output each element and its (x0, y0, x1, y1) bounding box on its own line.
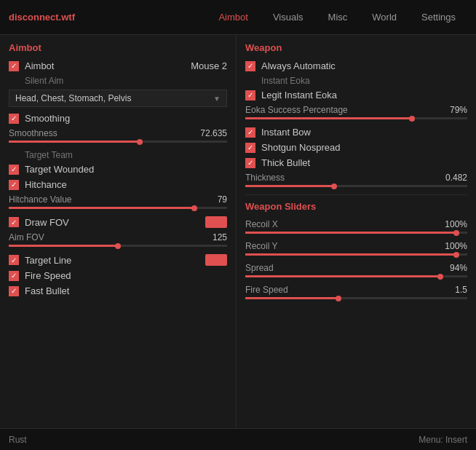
instant-bow-row: Instant Bow (245, 127, 467, 138)
fire-speed-track[interactable] (245, 297, 467, 299)
recoil-x-slider-container: Recoil X 100% (245, 219, 467, 234)
dropdown-arrow-icon: ▼ (213, 95, 221, 103)
shotgun-nospread-label: Shotgun Nospread (261, 142, 340, 153)
left-panel: Aimbot Aimbot Mouse 2 Silent Aim Head, C… (0, 35, 237, 428)
recoil-y-fill (245, 253, 456, 256)
legit-instant-eoka-label: Legit Instant Eoka (261, 90, 337, 100)
bottom-left-text: Rust (9, 435, 27, 445)
topbar: disconnect.wtf Aimbot Visuals Misc World… (0, 0, 476, 35)
spread-track[interactable] (245, 275, 467, 277)
fire-speed-header: Fire Speed 1.5 (245, 285, 467, 295)
always-automatic-label: Always Automatic (261, 60, 336, 71)
thickness-track[interactable] (245, 185, 467, 187)
nav-tabs: Aimbot Visuals Misc World Settings (207, 7, 467, 27)
eoka-success-thumb[interactable] (409, 116, 415, 122)
weapon-section-title: Weapon (245, 42, 467, 53)
fast-bullet-label: Fast Bullet (25, 285, 69, 296)
hitchance-value: 79 (218, 194, 227, 205)
hitchance-slider-container: Hitchance Value 79 (9, 194, 227, 209)
recoil-y-slider-container: Recoil Y 100% (245, 241, 467, 256)
tab-settings[interactable]: Settings (410, 7, 467, 27)
instant-eoka-label: Instant Eoka (245, 76, 467, 86)
tab-world[interactable]: World (360, 7, 408, 27)
target-line-row: Target Line (9, 254, 227, 266)
aim-fov-track[interactable] (9, 245, 227, 247)
recoil-x-track[interactable] (245, 232, 467, 234)
aim-fov-thumb[interactable] (115, 243, 121, 249)
hitchance-thumb[interactable] (191, 205, 197, 211)
silent-aim-label: Silent Aim (9, 76, 227, 86)
smoothing-row: Smoothing (9, 113, 227, 124)
shotgun-nospread-checkbox[interactable] (245, 143, 255, 153)
recoil-x-label: Recoil X (245, 219, 278, 229)
logo: disconnect.wtf (9, 12, 75, 23)
tab-misc[interactable]: Misc (317, 7, 360, 27)
fire-speed-checkbox[interactable] (9, 271, 19, 281)
recoil-x-header: Recoil X 100% (245, 219, 467, 229)
aimbot-checkbox[interactable] (9, 61, 19, 71)
tab-aimbot[interactable]: Aimbot (207, 7, 259, 27)
fire-speed-label: Fire Speed (25, 270, 71, 281)
fast-bullet-checkbox[interactable] (9, 286, 19, 296)
instant-bow-label: Instant Bow (261, 127, 311, 138)
target-wounded-checkbox[interactable] (9, 165, 19, 175)
aim-fov-value: 125 (213, 232, 227, 242)
spread-thumb[interactable] (437, 274, 443, 280)
recoil-x-thumb[interactable] (453, 230, 459, 236)
recoil-x-value: 100% (445, 219, 467, 229)
recoil-y-value: 100% (445, 241, 467, 251)
smoothing-label: Smoothing (25, 113, 70, 124)
smoothness-slider-container: Smoothness 72.635 (9, 128, 227, 143)
hitchance-fill (9, 207, 194, 209)
target-line-checkbox[interactable] (9, 255, 19, 265)
target-dropdown[interactable]: Head, Chest, Stomach, Pelvis ▼ (9, 90, 227, 107)
bottombar: Rust Menu: Insert (0, 428, 476, 450)
spread-value: 94% (450, 263, 467, 273)
thickness-row: Thickness 0.482 (245, 173, 467, 183)
thick-bullet-checkbox[interactable] (245, 158, 255, 168)
draw-fov-toggle[interactable] (205, 216, 227, 228)
smoothness-thumb[interactable] (137, 139, 143, 145)
fire-speed-row: Fire Speed (9, 270, 227, 281)
smoothness-label: Smoothness (9, 128, 57, 138)
shotgun-nospread-row: Shotgun Nospread (245, 142, 467, 153)
thick-bullet-row: Thick Bullet (245, 157, 467, 168)
always-automatic-row: Always Automatic (245, 60, 467, 71)
aimbot-label: Aimbot (25, 60, 54, 71)
recoil-y-track[interactable] (245, 253, 467, 256)
right-panel: Weapon Always Automatic Instant Eoka Leg… (237, 35, 476, 428)
fire-speed-thumb[interactable] (336, 296, 341, 301)
eoka-success-value: 79% (450, 105, 467, 115)
eoka-success-track[interactable] (245, 117, 467, 119)
draw-fov-checkbox[interactable] (9, 217, 19, 227)
aimbot-row: Aimbot Mouse 2 (9, 60, 227, 71)
smoothness-fill (9, 141, 140, 143)
eoka-success-row: Eoka Success Percentage 79% (245, 105, 467, 115)
target-line-toggle[interactable] (205, 254, 227, 266)
dropdown-label: Head, Chest, Stomach, Pelvis (15, 93, 131, 103)
hitchance-checkbox[interactable] (9, 180, 19, 190)
smoothness-track[interactable] (9, 141, 227, 143)
aim-fov-label: Aim FOV (9, 232, 44, 242)
thickness-thumb[interactable] (331, 183, 337, 189)
thickness-slider-container: Thickness 0.482 (245, 173, 467, 187)
bottom-right-text: Menu: Insert (419, 435, 467, 445)
recoil-y-label: Recoil Y (245, 241, 277, 251)
instant-bow-checkbox[interactable] (245, 127, 255, 138)
target-wounded-label: Target Wounded (25, 164, 94, 175)
tab-visuals[interactable]: Visuals (261, 7, 315, 27)
hitchance-label: Hitchance (25, 179, 67, 190)
spread-header: Spread 94% (245, 263, 467, 273)
recoil-y-thumb[interactable] (453, 252, 459, 258)
aimbot-section-title: Aimbot (9, 42, 227, 53)
legit-instant-eoka-row: Legit Instant Eoka (245, 90, 467, 100)
always-automatic-checkbox[interactable] (245, 61, 255, 71)
thick-bullet-label: Thick Bullet (261, 157, 310, 168)
target-team-label: Target Team (9, 150, 227, 160)
smoothing-checkbox[interactable] (9, 114, 19, 124)
eoka-success-slider-container: Eoka Success Percentage 79% (245, 105, 467, 119)
draw-fov-label: Draw FOV (25, 217, 69, 228)
spread-fill (245, 275, 440, 277)
legit-instant-eoka-checkbox[interactable] (245, 90, 255, 100)
hitchance-track[interactable] (9, 207, 227, 209)
